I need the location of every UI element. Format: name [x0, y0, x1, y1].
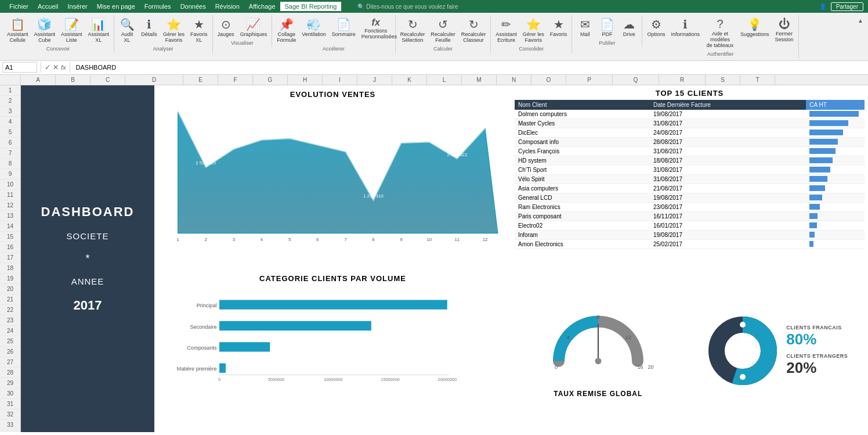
graphiques-btn[interactable]: 📈 Graphiques [238, 16, 270, 39]
col-S[interactable]: S [706, 75, 740, 85]
drive-btn[interactable]: ☁ Drive [619, 16, 639, 39]
informations-btn[interactable]: ℹ Informations [668, 16, 702, 39]
col-R[interactable]: R [659, 75, 706, 85]
menu-mise-en-page[interactable]: Mise en page [92, 2, 140, 11]
row-3[interactable]: 3 [0, 106, 20, 117]
row-21[interactable]: 21 [0, 294, 20, 305]
recalc-selection-btn[interactable]: ↻ RecalculerSélection [398, 16, 428, 45]
cross-icon[interactable]: ✕ [53, 63, 59, 71]
row-16[interactable]: 16 [0, 242, 20, 253]
menu-revision[interactable]: Révision [211, 2, 244, 11]
menu-donnees[interactable]: Données [176, 2, 211, 11]
col-B[interactable]: B [56, 75, 91, 85]
fermer-session-btn[interactable]: ⏻ FermerSession [772, 16, 795, 44]
row-15[interactable]: 15 [0, 232, 20, 242]
ventilation-btn[interactable]: 💨 Ventilation [299, 16, 328, 39]
gerer-favoris2-btn[interactable]: ⭐ Gérer lesFavoris [520, 16, 547, 45]
col-M[interactable]: M [462, 75, 497, 85]
details-btn[interactable]: ℹ Détails [139, 16, 160, 39]
col-Q[interactable]: Q [613, 75, 659, 85]
row-2[interactable]: 2 [0, 96, 20, 106]
col-O[interactable]: O [531, 75, 566, 85]
recalc-feuille-btn[interactable]: ↺ RecalculerFeuille [428, 16, 458, 45]
row-31[interactable]: 31 [0, 399, 20, 409]
aide-modeles-btn[interactable]: ? Aide et modèlesde tableaux [703, 16, 737, 50]
ribbon-collapse[interactable]: ▲ [855, 15, 866, 26]
row-18[interactable]: 18 [0, 263, 20, 274]
suggestions-btn[interactable]: 💡 Suggestions [738, 16, 772, 39]
col-H[interactable]: H [288, 75, 323, 85]
annee-label: ANNEE [71, 276, 104, 286]
col-C[interactable]: C [91, 75, 125, 85]
row-6[interactable]: 6 [0, 138, 20, 148]
share-button[interactable]: Partager [831, 2, 863, 11]
col-G[interactable]: G [253, 75, 288, 85]
favoris-xl2-btn[interactable]: ★ Favoris [548, 16, 570, 39]
col-L[interactable]: L [427, 75, 462, 85]
row-10[interactable]: 10 [0, 179, 20, 190]
fonctions-btn[interactable]: fx FonctionsPersonnalisées [359, 16, 393, 41]
ecriture-icon: ✏ [501, 17, 511, 31]
row-4[interactable]: 4 [0, 117, 20, 127]
col-F[interactable]: F [218, 75, 253, 85]
row-22[interactable]: 22 [0, 305, 20, 315]
assistant-cellule-btn[interactable]: 📋 AssistantCellule [5, 16, 31, 45]
sommaire-btn[interactable]: 📄 Sommaire [330, 16, 358, 39]
svg-text:5000000: 5000000 [268, 377, 284, 382]
row-27[interactable]: 27 [0, 357, 20, 368]
recalc-classeur-btn[interactable]: ↻ RecalculerClasseur [459, 16, 489, 45]
audit-xl-btn[interactable]: 🔍 AuditXL [117, 16, 138, 45]
cell-reference[interactable] [2, 62, 37, 73]
check-icon[interactable]: ✓ [45, 63, 50, 71]
row-13[interactable]: 13 [0, 211, 20, 221]
row-7[interactable]: 7 [0, 148, 20, 159]
row-12[interactable]: 12 [0, 200, 20, 211]
row-30[interactable]: 30 [0, 389, 20, 399]
row-28[interactable]: 28 [0, 368, 20, 378]
col-I[interactable]: I [323, 75, 357, 85]
row-5[interactable]: 5 [0, 127, 20, 138]
assistant-ecriture-btn[interactable]: ✏ AssistantEcriture [493, 16, 519, 45]
options-btn[interactable]: ⚙ Options [645, 16, 667, 39]
gerer-favoris-btn[interactable]: ⭐ Gérer lesFavoris [161, 16, 187, 45]
col-A[interactable]: A [21, 75, 56, 85]
left-panel: DASHBOARD SOCIETE * ANNEE 2017 [21, 85, 154, 432]
pdf-btn[interactable]: 📄 PDF [596, 16, 617, 39]
formula-input[interactable] [74, 62, 866, 73]
row-24[interactable]: 24 [0, 326, 20, 336]
col-E[interactable]: E [183, 75, 218, 85]
assistant-cube-btn[interactable]: 🧊 AssistantCube [32, 16, 58, 45]
menu-formules[interactable]: Formules [140, 2, 176, 11]
col-T[interactable]: T [740, 75, 775, 85]
row-20[interactable]: 20 [0, 284, 20, 294]
favoris-xl-btn[interactable]: ★ FavorisXL [188, 16, 210, 45]
row-26[interactable]: 26 [0, 347, 20, 357]
row-29[interactable]: 29 [0, 378, 20, 389]
mail-btn[interactable]: ✉ Mail [574, 16, 595, 39]
col-J[interactable]: J [357, 75, 392, 85]
row-1[interactable]: 1 [0, 85, 20, 96]
col-D[interactable]: D [125, 75, 183, 85]
col-P[interactable]: P [566, 75, 613, 85]
row-33[interactable]: 33 [0, 420, 20, 430]
assistant-liste-btn[interactable]: 📝 AssistantListe [59, 16, 85, 45]
row-9[interactable]: 9 [0, 169, 20, 179]
row-14[interactable]: 14 [0, 221, 20, 232]
row-8[interactable]: 8 [0, 159, 20, 169]
menu-inserer[interactable]: Insérer [63, 2, 92, 11]
menu-fichier[interactable]: Fichier [5, 2, 33, 11]
collage-btn[interactable]: 📌 CollageFormule [274, 16, 298, 45]
menu-sage-bi[interactable]: Sage BI Reporting [280, 2, 342, 11]
assistant-xl-btn[interactable]: 📊 AssistantXL [86, 16, 112, 45]
col-K[interactable]: K [392, 75, 427, 85]
menu-affichage[interactable]: Affichage [244, 2, 280, 11]
row-19[interactable]: 19 [0, 274, 20, 284]
row-32[interactable]: 32 [0, 409, 20, 420]
row-11[interactable]: 11 [0, 190, 20, 200]
row-25[interactable]: 25 [0, 336, 20, 347]
menu-accueil[interactable]: Accueil [33, 2, 63, 11]
row-17[interactable]: 17 [0, 253, 20, 263]
jauges-btn[interactable]: ⊙ Jauges [215, 16, 237, 39]
row-23[interactable]: 23 [0, 315, 20, 326]
col-N[interactable]: N [497, 75, 531, 85]
